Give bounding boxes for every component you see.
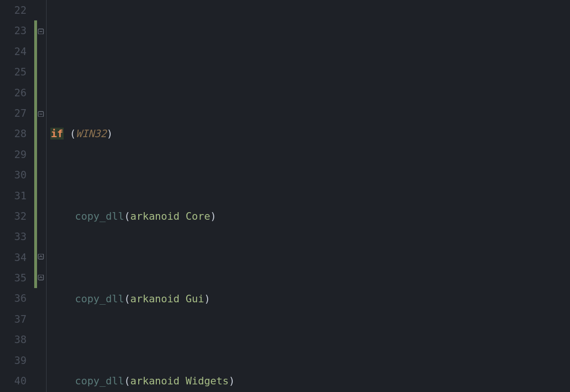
code-line[interactable]: copy_dll(arkanoid Core)	[50, 206, 570, 226]
line-number: 40	[0, 371, 27, 391]
line-number: 36	[0, 288, 27, 308]
line-number: 32	[0, 206, 27, 226]
line-number: 35	[0, 268, 27, 288]
line-number-gutter: 22 23 24 25 26 27 28 29 30 31 32 33 34 3…	[0, 0, 34, 392]
code-line[interactable]: copy_dll(arkanoid Widgets)	[50, 371, 570, 391]
fold-gutter	[37, 0, 47, 392]
line-number: 29	[0, 144, 27, 165]
line-number: 22	[0, 0, 27, 20]
fold-toggle-icon[interactable]	[38, 28, 44, 34]
svg-rect-4	[38, 254, 44, 259]
svg-rect-5	[38, 275, 44, 280]
code-line[interactable]	[50, 41, 570, 62]
line-number: 26	[0, 83, 27, 103]
line-number: 31	[0, 186, 27, 206]
code-line[interactable]: if (WIN32)	[50, 123, 570, 144]
line-number: 28	[0, 123, 27, 144]
line-number: 30	[0, 165, 27, 185]
line-number: 37	[0, 309, 27, 329]
code-area[interactable]: if (WIN32) copy_dll(arkanoid Core) copy_…	[47, 0, 570, 392]
fold-toggle-icon[interactable]	[38, 110, 44, 117]
fold-end-icon[interactable]	[38, 275, 44, 281]
line-number: 33	[0, 226, 27, 247]
line-number: 27	[0, 103, 27, 123]
code-editor[interactable]: 22 23 24 25 26 27 28 29 30 31 32 33 34 3…	[0, 0, 570, 392]
line-number: 39	[0, 350, 27, 371]
line-number: 25	[0, 62, 27, 82]
line-number: 34	[0, 247, 27, 268]
line-number: 24	[0, 41, 27, 62]
code-line[interactable]: copy_dll(arkanoid Gui)	[50, 289, 570, 309]
line-number: 38	[0, 329, 27, 350]
fold-end-icon[interactable]	[38, 254, 44, 261]
line-number: 23	[0, 20, 27, 41]
